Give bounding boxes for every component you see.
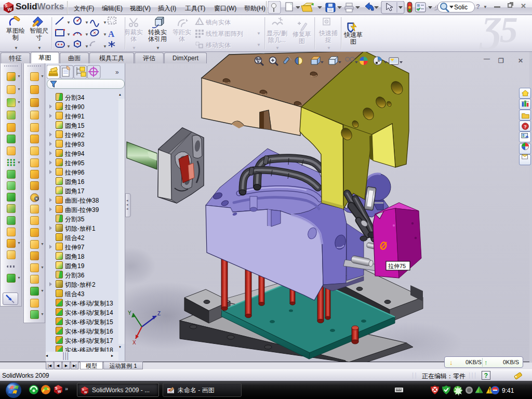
- svg-text:Z: Z: [157, 311, 161, 316]
- svg-text:A: A: [108, 29, 115, 39]
- svg-text:Y: Y: [128, 310, 131, 316]
- svg-text:W: W: [58, 390, 61, 393]
- svg-text:W: W: [84, 390, 87, 394]
- svg-text:!: !: [489, 388, 490, 393]
- svg-text:!: !: [198, 20, 200, 25]
- svg-text:?: ?: [524, 124, 526, 129]
- svg-text:W: W: [8, 7, 12, 12]
- svg-text:»: »: [65, 385, 68, 392]
- svg-text:S: S: [82, 388, 84, 391]
- svg-text:X: X: [132, 340, 136, 345]
- svg-text:拉伸75: 拉伸75: [388, 263, 406, 269]
